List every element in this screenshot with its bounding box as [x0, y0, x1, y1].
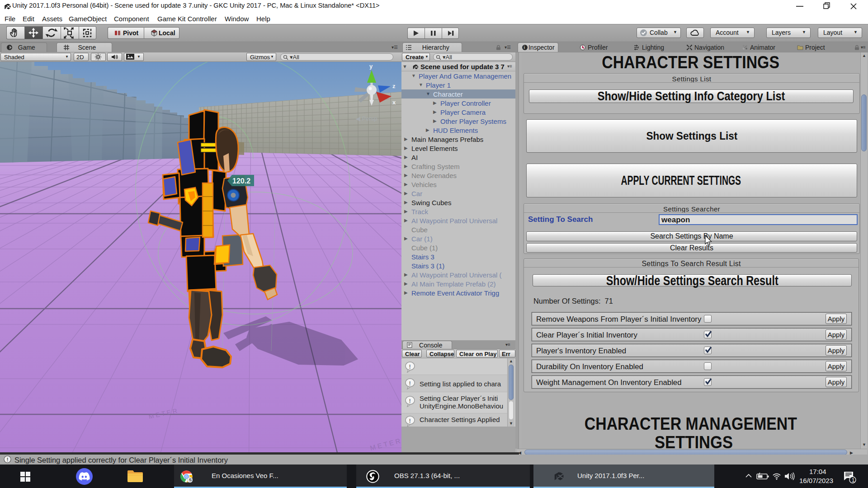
svg-text:!: !: [409, 398, 411, 404]
svg-text:S: S: [189, 477, 192, 482]
svg-text:!: !: [409, 363, 411, 370]
svg-text:!: !: [409, 418, 411, 424]
svg-text:!: !: [409, 380, 411, 387]
svg-text:120.2: 120.2: [232, 177, 250, 185]
svg-text:z: z: [392, 83, 396, 89]
svg-text:x: x: [392, 99, 396, 106]
svg-text:i: i: [524, 45, 525, 50]
svg-text:◀ Persp: ◀ Persp: [356, 115, 377, 122]
svg-text:y: y: [369, 63, 373, 70]
svg-text:!: !: [7, 457, 9, 462]
svg-text:1: 1: [852, 477, 855, 483]
